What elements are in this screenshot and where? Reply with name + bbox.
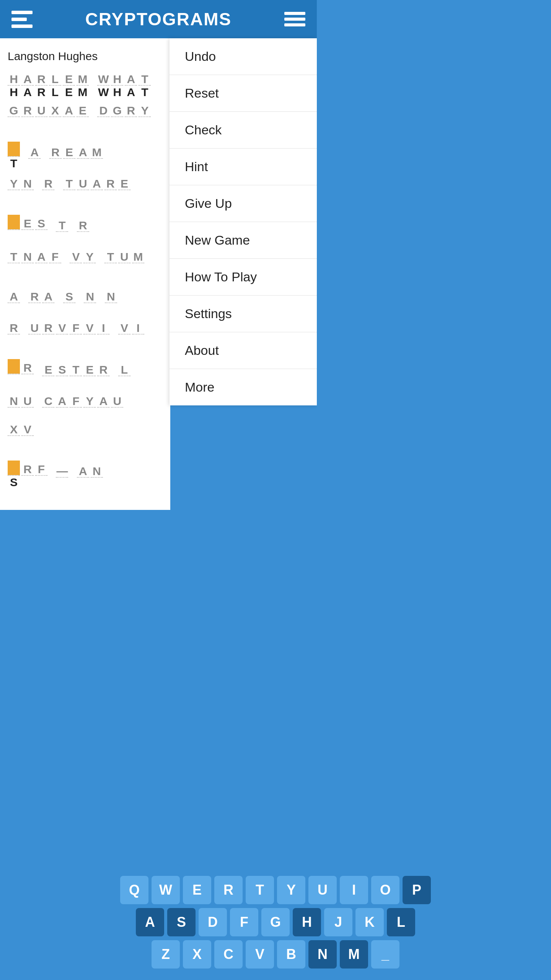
puzzle-cell[interactable]: G bbox=[8, 102, 20, 130]
puzzle-cell[interactable]: E bbox=[42, 361, 54, 389]
puzzle-cell[interactable]: Y bbox=[83, 392, 96, 421]
puzzle-cell[interactable]: R bbox=[21, 461, 34, 489]
menu-item-give-up[interactable]: Give Up bbox=[170, 185, 317, 222]
puzzle-cell[interactable]: R bbox=[8, 319, 20, 348]
puzzle-cell[interactable]: U bbox=[111, 392, 123, 421]
puzzle-cell[interactable]: MM bbox=[77, 70, 89, 99]
puzzle-cell[interactable]: EE bbox=[63, 70, 75, 99]
puzzle-cell[interactable]: A bbox=[77, 462, 89, 491]
puzzle-cell[interactable]: E bbox=[83, 361, 96, 389]
menu-item-settings[interactable]: Settings bbox=[170, 296, 317, 332]
puzzle-cell[interactable]: N bbox=[91, 462, 103, 491]
puzzle-cell[interactable]: T bbox=[63, 175, 75, 203]
puzzle-cell[interactable]: E bbox=[63, 144, 75, 172]
puzzle-cell[interactable]: Y bbox=[139, 102, 151, 130]
puzzle-cell[interactable]: R bbox=[28, 288, 41, 316]
puzzle-cell[interactable]: LL bbox=[49, 70, 61, 99]
puzzle-cell[interactable]: T bbox=[8, 142, 20, 170]
puzzle-cell[interactable]: I bbox=[132, 319, 144, 348]
puzzle-cell[interactable]: X bbox=[49, 102, 61, 130]
puzzle-cell[interactable] bbox=[8, 359, 20, 387]
puzzle-cell[interactable]: F bbox=[70, 392, 82, 421]
menu-item-undo[interactable]: Undo bbox=[170, 38, 317, 75]
puzzle-cell[interactable]: A bbox=[63, 102, 75, 130]
puzzle-cell[interactable]: E bbox=[21, 215, 34, 243]
puzzle-row: G R U X A E D G R Y bbox=[8, 102, 163, 130]
puzzle-cell[interactable]: RR bbox=[35, 70, 47, 99]
puzzle-cell[interactable]: I bbox=[97, 319, 109, 348]
puzzle-cell[interactable]: F bbox=[70, 319, 82, 348]
menu-item-check[interactable]: Check bbox=[170, 112, 317, 149]
puzzle-cell[interactable]: N bbox=[8, 392, 20, 421]
puzzle-cell[interactable]: E bbox=[77, 102, 89, 130]
puzzle-cell[interactable]: R bbox=[77, 217, 89, 245]
puzzle-cell[interactable]: TT bbox=[139, 70, 151, 99]
puzzle-cell[interactable]: A bbox=[42, 288, 54, 316]
menu-icon[interactable] bbox=[284, 12, 305, 26]
puzzle-cell[interactable]: R bbox=[21, 102, 34, 130]
puzzle-cell[interactable] bbox=[8, 215, 20, 243]
puzzle-cell[interactable]: N bbox=[84, 288, 96, 316]
puzzle-cell[interactable]: S bbox=[35, 215, 47, 243]
puzzle-cell[interactable]: T bbox=[104, 248, 117, 276]
puzzle-cell[interactable]: N bbox=[21, 248, 34, 276]
puzzle-cell[interactable]: V bbox=[118, 319, 130, 348]
puzzle-cell[interactable]: X bbox=[8, 421, 20, 449]
puzzle-cell[interactable]: R bbox=[49, 144, 62, 172]
puzzle-cell[interactable]: N bbox=[21, 175, 34, 203]
puzzle-cell[interactable]: U bbox=[21, 392, 34, 421]
menu-item-about[interactable]: About bbox=[170, 332, 317, 369]
puzzle-cell[interactable]: G bbox=[111, 102, 123, 130]
puzzle-cell[interactable]: F bbox=[35, 461, 47, 489]
puzzle-cell[interactable]: A bbox=[77, 144, 89, 172]
puzzle-cell[interactable]: A bbox=[56, 392, 68, 421]
puzzle-cell[interactable]: A bbox=[35, 248, 47, 276]
puzzle-cell[interactable]: V bbox=[21, 421, 34, 449]
puzzle-cell[interactable]: E bbox=[118, 175, 130, 203]
puzzle-cell[interactable]: M bbox=[91, 144, 103, 172]
puzzle-cell[interactable]: N bbox=[105, 288, 117, 316]
puzzle-cell[interactable]: L bbox=[118, 361, 130, 389]
puzzle-cell[interactable]: D bbox=[97, 102, 109, 130]
puzzle-cell[interactable]: R bbox=[42, 319, 54, 348]
puzzle-cell[interactable]: T bbox=[56, 217, 68, 245]
puzzle-cell[interactable]: R bbox=[125, 102, 137, 130]
puzzle-cell[interactable]: R bbox=[97, 361, 109, 389]
puzzle-cell[interactable]: V bbox=[56, 319, 68, 348]
menu-item-reset[interactable]: Reset bbox=[170, 75, 317, 112]
puzzle-cell[interactable]: M bbox=[132, 248, 144, 276]
menu-item-new-game[interactable]: New Game bbox=[170, 222, 317, 259]
puzzle-cell[interactable]: HH bbox=[111, 70, 123, 99]
puzzle-cell[interactable]: C bbox=[42, 392, 54, 421]
puzzle-cell[interactable]: AA bbox=[125, 70, 137, 99]
menu-item-hint[interactable]: Hint bbox=[170, 149, 317, 185]
puzzle-cell[interactable]: U bbox=[35, 102, 47, 130]
puzzle-cell[interactable]: T bbox=[8, 248, 20, 276]
puzzle-cell[interactable]: A bbox=[91, 175, 103, 203]
puzzle-cell[interactable]: — bbox=[56, 462, 68, 491]
puzzle-cell[interactable]: S bbox=[8, 461, 20, 489]
stats-icon[interactable] bbox=[11, 11, 33, 28]
menu-item-more[interactable]: More bbox=[170, 369, 317, 405]
puzzle-cell[interactable]: U bbox=[28, 319, 41, 348]
puzzle-cell[interactable]: A bbox=[8, 288, 20, 316]
puzzle-cell[interactable]: R bbox=[104, 175, 117, 203]
puzzle-cell[interactable]: T bbox=[70, 361, 82, 389]
puzzle-cell[interactable]: U bbox=[77, 175, 89, 203]
puzzle-cell[interactable]: Y bbox=[8, 175, 20, 203]
puzzle-cell[interactable]: V bbox=[83, 319, 96, 348]
puzzle-cell[interactable]: Y bbox=[83, 248, 96, 276]
puzzle-cell[interactable]: U bbox=[118, 248, 130, 276]
puzzle-cell[interactable]: R bbox=[42, 175, 54, 203]
puzzle-cell[interactable]: V bbox=[70, 248, 82, 276]
puzzle-cell[interactable]: HH bbox=[8, 70, 20, 99]
puzzle-cell[interactable]: S bbox=[63, 288, 75, 316]
puzzle-cell[interactable]: AA bbox=[21, 70, 34, 99]
puzzle-cell[interactable]: S bbox=[56, 361, 68, 389]
puzzle-cell[interactable]: F bbox=[49, 248, 61, 276]
puzzle-cell[interactable]: R bbox=[21, 359, 34, 387]
puzzle-cell[interactable]: A bbox=[28, 144, 41, 172]
puzzle-cell[interactable]: A bbox=[97, 392, 109, 421]
menu-item-how-to-play[interactable]: How To Play bbox=[170, 259, 317, 296]
puzzle-cell[interactable]: WW bbox=[97, 70, 109, 99]
